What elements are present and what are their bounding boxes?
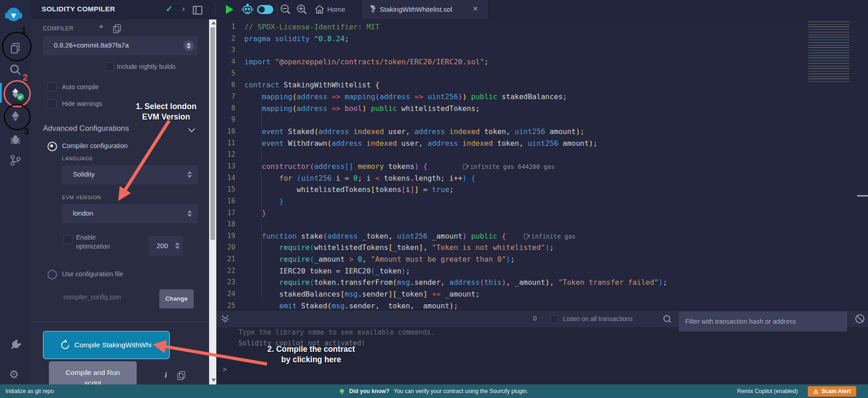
compiler-configuration-radio[interactable] [48, 142, 57, 151]
code-line[interactable]: stakedBalances[msg.sender][_token] += _a… [244, 288, 667, 300]
code-line[interactable]: } [244, 207, 667, 219]
plugin-manager-plug-icon[interactable] [9, 338, 22, 351]
code-line[interactable]: import "@openzeppelin/contracts/token/ER… [244, 56, 667, 68]
code-line[interactable]: IERC20 token = IERC20(_token); [244, 265, 667, 277]
code-line[interactable]: contract StakingWithWhitelist { [244, 79, 667, 91]
code-token: function [262, 232, 297, 240]
code-token: address [297, 92, 327, 101]
scam-alert-label: Scam Alert [821, 388, 851, 394]
code-line[interactable]: function stake(address _token, uint256 _… [244, 230, 667, 242]
code-line[interactable]: event Staked(address indexed user, addre… [244, 126, 667, 138]
code-line[interactable]: // SPDX-License-Identifier: MIT [244, 21, 667, 33]
tab-staking-with-whitelist[interactable]: StakingWithWhitelist.sol × [361, 0, 489, 19]
ai-copilot-robot-icon[interactable] [241, 4, 254, 15]
auto-compile-checkbox[interactable] [48, 82, 57, 91]
code-content[interactable]: // SPDX-License-Identifier: MITpragma so… [244, 21, 667, 310]
code-line[interactable]: mapping(address => mapping(address => ui… [244, 91, 667, 103]
change-config-button[interactable]: Change [159, 289, 194, 308]
chevron-down-icon[interactable] [188, 125, 196, 133]
code-token: ; [593, 139, 598, 148]
code-line[interactable]: emit Staked(msg.sender, _token, _amount)… [244, 300, 667, 310]
code-token: < [375, 174, 380, 182]
code-line[interactable]: for (uint256 i = 0; i < tokens.length; i… [244, 173, 667, 184]
code-line[interactable]: event Withdrawn(address indexed user, ad… [244, 138, 667, 149]
copilot-toggle[interactable] [257, 5, 273, 14]
code-token: tokens [384, 162, 414, 171]
enable-optimization-checkbox[interactable] [63, 235, 72, 244]
sidebar-scrollbar-thumb[interactable] [210, 27, 215, 240]
info-icon[interactable]: i [165, 371, 167, 380]
git-branch-icon[interactable] [9, 154, 22, 167]
code-line[interactable]: require(token.transferFrom(msg.sender, a… [244, 277, 667, 288]
debugger-bug-icon[interactable] [9, 133, 22, 146]
code-token: "@openzeppelin/contracts/token/ERC20/IER… [275, 58, 484, 66]
include-nightly-checkbox[interactable] [105, 62, 114, 71]
transaction-filter-input[interactable] [679, 312, 847, 331]
code-token: } [279, 197, 284, 206]
tab-home[interactable]: Home [327, 5, 345, 13]
code-line[interactable]: whitelistedTokens[tokens[i]] = true; [244, 184, 667, 196]
line-number: 1 [216, 21, 235, 33]
language-select[interactable]: Solidity [62, 165, 198, 184]
use-configuration-file-radio[interactable] [48, 270, 57, 279]
evm-version-select[interactable]: london [62, 204, 198, 223]
zoom-in-icon[interactable] [297, 5, 305, 13]
optimization-runs-input[interactable]: 200 [148, 236, 183, 256]
terminal-search-icon[interactable] [663, 315, 670, 322]
advanced-configurations-heading[interactable]: Advanced Configurations [43, 124, 129, 133]
code-line[interactable]: mapping(address => bool) public whitelis… [244, 103, 667, 115]
tab-close-icon[interactable]: × [473, 4, 478, 14]
zoom-out-icon[interactable] [281, 5, 289, 13]
listen-all-transactions-checkbox[interactable] [550, 315, 558, 323]
code-line[interactable]: constructor(address[] memory tokens) {in… [244, 161, 667, 173]
code-token: Staked [284, 127, 314, 136]
line-number: 23 [216, 277, 235, 288]
compiled-check-icon: ✓ [166, 4, 173, 14]
code-line[interactable]: require(_amount > 0, "Amount must be gre… [244, 254, 667, 265]
code-line[interactable]: } [244, 196, 667, 207]
editor-scrollbar[interactable] [857, 195, 868, 197]
code-line[interactable] [244, 114, 667, 126]
hide-warnings-checkbox[interactable] [48, 99, 57, 108]
compile-button[interactable]: Compile StakingWithWhi [43, 331, 170, 359]
config-file-name[interactable]: compiler_config.json [63, 293, 121, 301]
code-token: // SPDX-License-Identifier: MIT [244, 23, 380, 31]
code-token: i [405, 185, 410, 194]
home-icon[interactable] [314, 4, 325, 15]
minimap[interactable] [808, 21, 856, 84]
code-token: _token [393, 243, 419, 252]
settings-gear-icon[interactable]: ⚙ [9, 368, 22, 381]
scroll-up-icon[interactable] [211, 21, 216, 24]
copilot-status[interactable]: Remix Copilot (enabled) [737, 388, 798, 394]
copy-icon[interactable] [177, 373, 183, 380]
code-line[interactable] [244, 219, 667, 230]
version-stepper-icon[interactable] [183, 40, 194, 51]
code-token [310, 34, 315, 43]
compiler-version-select[interactable]: 0.8.26+commit.8a97fa7a [43, 36, 198, 55]
add-compiler-icon[interactable]: + [99, 22, 104, 32]
code-token [244, 127, 262, 136]
code-line[interactable] [244, 149, 667, 161]
code-token: [] [345, 162, 353, 171]
code-line[interactable]: pragma solidity ^0.8.24; [244, 33, 667, 45]
pin-panel-icon[interactable] [193, 6, 202, 14]
terminal-prompt[interactable]: > [223, 365, 227, 374]
code-token: ; [549, 243, 554, 252]
scam-alert-badge[interactable]: ⚠ Scam Alert [808, 386, 856, 397]
code-token: [ [393, 290, 397, 298]
chevron-right-icon[interactable]: › [182, 4, 185, 14]
run-play-button[interactable] [226, 5, 234, 14]
code-token: contract [244, 81, 279, 89]
clear-console-icon[interactable] [855, 314, 864, 323]
publish-icon[interactable] [113, 26, 119, 33]
remix-logo [3, 5, 24, 26]
code-token: "Token transfer failed" [558, 278, 659, 287]
code-editor[interactable]: 1234567891011121314151617181920212223242… [216, 19, 868, 310]
code-token: require [279, 278, 310, 287]
search-icon[interactable] [9, 63, 22, 76]
scroll-down-icon[interactable] [211, 379, 216, 382]
code-line[interactable] [244, 68, 667, 80]
code-token: amount [558, 139, 589, 148]
code-line[interactable]: require(whitelistedTokens[_token], "Toke… [244, 242, 667, 254]
code-line[interactable] [244, 44, 667, 56]
